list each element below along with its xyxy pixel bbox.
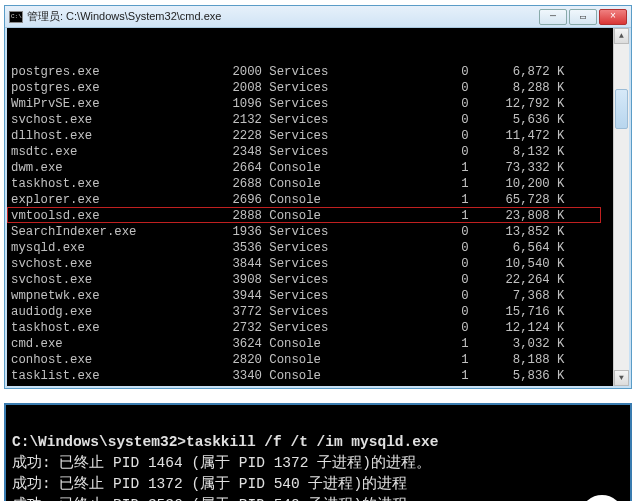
title-bar: 管理员: C:\Windows\System32\cmd.exe ─ ▭ × [5,6,631,28]
scroll-track[interactable] [614,44,629,370]
process-row: vmtoolsd.exe 2888 Console 1 23,808 K [11,208,629,224]
process-row: wmpnetwk.exe 3944 Services 0 7,368 K [11,288,629,304]
close-button[interactable]: × [599,9,627,25]
cmd-icon [9,11,23,23]
maximize-button[interactable]: ▭ [569,9,597,25]
process-row: WmiPrvSE.exe 1096 Services 0 12,792 K [11,96,629,112]
scroll-down-button[interactable]: ▼ [614,370,629,386]
process-row: audiodg.exe 3772 Services 0 15,716 K [11,304,629,320]
cmd-window: 管理员: C:\Windows\System32\cmd.exe ─ ▭ × p… [4,5,632,389]
scrollbar-vertical[interactable]: ▲ ▼ [613,28,629,386]
process-row: mysqld.exe 3536 Services 0 6,564 K [11,240,629,256]
process-row: conhost.exe 2820 Console 1 8,188 K [11,352,629,368]
process-row: postgres.exe 2008 Services 0 8,288 K [11,80,629,96]
process-row: taskhost.exe 2688 Console 1 10,200 K [11,176,629,192]
taskkill-result-1: 成功: 已终止 PID 1372 (属于 PID 540 子进程)的进程 [12,476,407,492]
scroll-thumb[interactable] [615,89,628,129]
process-row: taskhost.exe 2732 Services 0 12,124 K [11,320,629,336]
process-row: svchost.exe 3844 Services 0 10,540 K [11,256,629,272]
watermark-bubble: 亿速云 [582,495,622,501]
process-row: dwm.exe 2664 Console 1 73,332 K [11,160,629,176]
window-title: 管理员: C:\Windows\System32\cmd.exe [27,9,539,24]
process-row: postgres.exe 2000 Services 0 6,872 K [11,64,629,80]
process-row: SearchIndexer.exe 1936 Services 0 13,852… [11,224,629,240]
scroll-up-button[interactable]: ▲ [614,28,629,44]
taskkill-output: C:\Windows\system32>taskkill /f /t /im m… [4,403,632,501]
window-controls: ─ ▭ × [539,9,627,25]
process-row: dllhost.exe 2228 Services 0 11,472 K [11,128,629,144]
process-row: msdtc.exe 2348 Services 0 8,132 K [11,144,629,160]
process-row: tasklist.exe 3340 Console 1 5,836 K [11,368,629,384]
taskkill-command: C:\Windows\system32>taskkill /f /t /im m… [12,434,438,450]
process-row: svchost.exe 3908 Services 0 22,264 K [11,272,629,288]
taskkill-result-0: 成功: 已终止 PID 1464 (属于 PID 1372 子进程)的进程。 [12,455,431,471]
process-row: svchost.exe 2132 Services 0 5,636 K [11,112,629,128]
process-row: explorer.exe 2696 Console 1 65,728 K [11,192,629,208]
process-row: cmd.exe 3624 Console 1 3,032 K [11,336,629,352]
minimize-button[interactable]: ─ [539,9,567,25]
taskkill-result-2: 成功: 已终止 PID 3536 (属于 PID 540 子进程)的进程 [12,497,407,501]
terminal-output[interactable]: postgres.exe 2000 Services 0 6,872 Kpost… [5,28,631,388]
